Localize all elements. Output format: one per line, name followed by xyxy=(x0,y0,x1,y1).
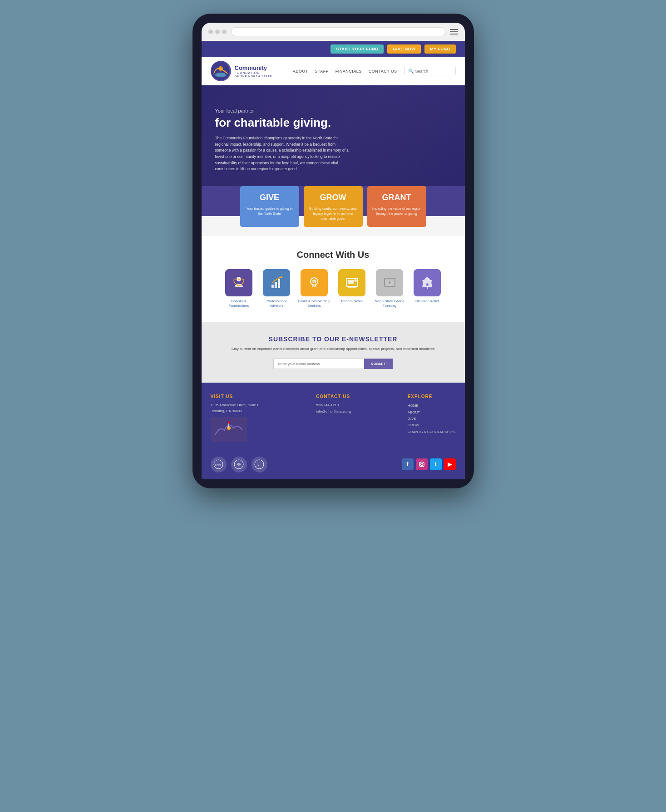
logo-icon xyxy=(211,61,231,81)
hero-subtitle: Your local partner xyxy=(215,108,451,113)
logo-svg xyxy=(212,62,230,80)
footer-logo-1: LCCF xyxy=(211,457,227,472)
search-input[interactable] xyxy=(415,69,452,74)
logo-community: Community xyxy=(235,64,272,72)
social-icons: f t ▶ xyxy=(402,458,456,470)
connect-news[interactable]: Recent News xyxy=(335,269,369,309)
device-frame: START YOUR FUND GIVE NOW MY FUND Communi… xyxy=(192,14,474,488)
footer: VISIT US 1335 Arboretum Drive, Suite B R… xyxy=(202,383,465,479)
logo-foundation: FOUNDATION xyxy=(235,71,272,75)
connect-advisors[interactable]: Professional Advisors xyxy=(260,269,294,309)
connect-grants[interactable]: $ Grant & Scholarship Seekers xyxy=(297,269,331,309)
footer-email[interactable]: info@cfnorthstate.org xyxy=(316,408,351,415)
hero-title: for charitable giving. xyxy=(215,116,451,130)
grant-card[interactable]: GRANT Impacting the value of our region … xyxy=(367,186,426,227)
newsletter-section: SUBSCRIBE TO OUR E-NEWSLETTER Stay curre… xyxy=(202,322,465,383)
disaster-svg xyxy=(419,275,435,290)
footer-link-home[interactable]: HOME xyxy=(408,403,456,409)
search-box[interactable]: 🔍 xyxy=(404,67,456,75)
facebook-icon[interactable]: f xyxy=(402,458,414,470)
giving-tuesday-icon: $ xyxy=(376,269,403,296)
footer-logo-2 xyxy=(231,457,247,472)
svg-point-30 xyxy=(420,463,423,466)
map-image xyxy=(211,417,247,442)
svg-rect-12 xyxy=(348,280,354,284)
twitter-icon[interactable]: t xyxy=(430,458,442,470)
give-desc: Your trusted guides to giving in the Nor… xyxy=(245,206,295,217)
grants-icon: $ xyxy=(301,269,328,296)
address-bar[interactable] xyxy=(231,27,445,36)
youtube-icon[interactable]: ▶ xyxy=(444,458,456,470)
give-now-button[interactable]: GIVE NOW xyxy=(387,44,421,54)
footer-address2: Redding, CA 96003 xyxy=(211,408,260,414)
nav-financials[interactable]: FINANCIALS xyxy=(335,69,362,74)
start-fund-button[interactable]: START YOUR FUND xyxy=(331,44,384,54)
newsletter-email-input[interactable] xyxy=(273,359,364,369)
svg-text:$: $ xyxy=(313,281,315,284)
grow-desc: Building family, community, and legacy t… xyxy=(308,206,358,221)
newsletter-submit-button[interactable]: SUBMIT xyxy=(364,359,393,369)
svg-point-31 xyxy=(423,463,424,463)
connect-title: Connect With Us xyxy=(211,250,456,260)
connect-giving-tuesday[interactable]: $ North State Giving Tuesday xyxy=(373,269,407,309)
footer-logo-3: ★ xyxy=(252,457,267,472)
disaster-icon xyxy=(414,269,441,296)
footer-link-about[interactable]: ABOUT xyxy=(408,409,456,416)
svg-point-13 xyxy=(354,279,357,282)
footer-top: VISIT US 1335 Arboretum Drive, Suite B R… xyxy=(211,394,456,442)
dot-green xyxy=(222,30,227,34)
footer-link-grants[interactable]: GRANTS & SCHOLARSHIPS xyxy=(408,429,456,435)
svg-text:★: ★ xyxy=(257,464,259,467)
svg-point-18 xyxy=(426,283,429,286)
newsletter-description: Stay current on important announcements … xyxy=(211,346,456,352)
footer-visit-heading: VISIT US xyxy=(211,394,260,399)
dot-red xyxy=(208,30,213,34)
advisors-label: Professional Advisors xyxy=(260,299,294,309)
nav-bar: Community FOUNDATION OF THE NORTH STATE … xyxy=(202,57,465,85)
giving-tuesday-label: North State Giving Tuesday xyxy=(373,299,407,309)
hero-description: The Community Foundation champions gener… xyxy=(215,135,351,172)
footer-contact: CONTACT US 530-244-1219 info@cfnorthstat… xyxy=(316,394,351,442)
svg-point-27 xyxy=(255,460,264,469)
nav-staff[interactable]: STAFF xyxy=(315,69,328,74)
dot-yellow xyxy=(215,30,220,34)
svg-text:$: $ xyxy=(389,281,391,285)
svg-rect-5 xyxy=(275,282,277,288)
hamburger-menu[interactable] xyxy=(450,29,458,34)
give-card[interactable]: GIVE Your trusted guides to giving in th… xyxy=(240,186,299,227)
footer-link-give[interactable]: GIVE xyxy=(408,416,456,422)
browser-bar xyxy=(202,23,465,41)
give-title: GIVE xyxy=(245,193,295,202)
map-svg xyxy=(211,417,247,442)
connect-section: Connect With Us Donors & Fundholders xyxy=(202,236,465,322)
donors-icon xyxy=(225,269,252,296)
nav-contact[interactable]: CONTACT US xyxy=(369,69,397,74)
svg-point-2 xyxy=(218,66,223,71)
top-header: START YOUR FUND GIVE NOW MY FUND xyxy=(202,41,465,57)
connect-disaster[interactable]: Disaster Relief xyxy=(410,269,444,309)
svg-text:LCCF: LCCF xyxy=(215,464,221,467)
nav-about[interactable]: ABOUT xyxy=(293,69,308,74)
grant-desc: Impacting the value of our region throug… xyxy=(372,206,422,217)
disaster-label: Disaster Relief xyxy=(415,299,439,304)
instagram-svg xyxy=(419,461,425,468)
grow-title: GROW xyxy=(308,193,358,202)
footer-visit: VISIT US 1335 Arboretum Drive, Suite B R… xyxy=(211,394,260,442)
give-grow-grant-section: GIVE Your trusted guides to giving in th… xyxy=(202,186,465,236)
footer-logo-svg-1: LCCF xyxy=(213,459,224,470)
instagram-icon[interactable] xyxy=(416,458,428,470)
footer-address1: 1335 Arboretum Drive, Suite B xyxy=(211,403,260,408)
website-content: START YOUR FUND GIVE NOW MY FUND Communi… xyxy=(202,41,465,479)
connect-donors[interactable]: Donors & Fundholders xyxy=(222,269,256,309)
grow-card[interactable]: GROW Building family, community, and leg… xyxy=(304,186,363,227)
connect-grid: Donors & Fundholders Professional Advis xyxy=(211,269,456,309)
footer-link-grow[interactable]: GROW xyxy=(408,422,456,428)
footer-logo-svg-2 xyxy=(233,459,245,470)
my-fund-button[interactable]: MY FUND xyxy=(424,44,455,54)
advisors-icon xyxy=(263,269,290,296)
news-label: Recent News xyxy=(341,299,363,304)
footer-phone: 530-244-1219 xyxy=(316,403,351,408)
footer-bottom: LCCF ★ xyxy=(211,451,456,472)
newsletter-title: SUBSCRIBE TO OUR E-NEWSLETTER xyxy=(211,335,456,343)
news-svg xyxy=(344,275,360,290)
